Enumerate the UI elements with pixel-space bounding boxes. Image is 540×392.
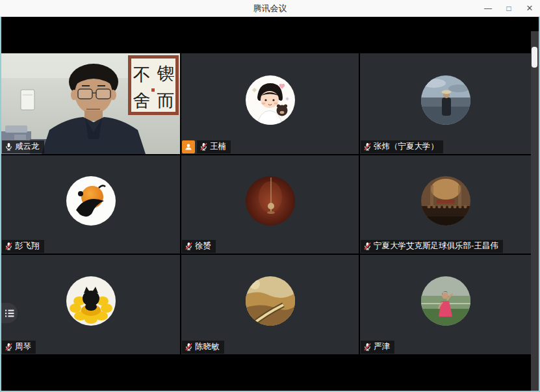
window-controls: — □ ✕ — [478, 0, 540, 16]
video-tile-peng-fei-xiang[interactable]: 彭飞翔 — [1, 155, 180, 254]
video-tile-xu-yun[interactable]: 徐赟 — [181, 155, 359, 254]
mic-muted-icon — [5, 343, 13, 351]
participant-nametag: 徐赟 — [182, 240, 216, 253]
mic-muted-icon — [199, 142, 208, 151]
titlebar: 腾讯会议 — □ ✕ — [0, 0, 540, 17]
participant-nametag: 王楠 — [197, 140, 231, 153]
participant-nametag: 咸云龙 — [2, 140, 44, 153]
video-tile-wang-nan[interactable]: 王楠 — [181, 53, 359, 154]
avatar-cat-on-sunflower — [66, 276, 116, 326]
avatar-woman-in-pink — [421, 276, 470, 326]
mic-muted-icon — [185, 242, 193, 250]
participant-name: 咸云龙 — [15, 142, 40, 151]
video-tile-wang-chang-wei[interactable]: 宁夏大学艾克斯足球俱乐部-王昌伟 — [360, 155, 532, 254]
participant-nametag: 彭飞翔 — [2, 240, 44, 253]
participant-nametag: 严津 — [361, 341, 394, 354]
participant-name: 张炜（宁夏大学） — [374, 142, 439, 151]
svg-text:锲: 锲 — [157, 63, 175, 83]
avatar-orange-ball-logo — [66, 176, 116, 226]
video-grid: 不 锲 舍 而 — [1, 53, 532, 354]
meeting-content: 不 锲 舍 而 — [1, 17, 539, 391]
maximize-button[interactable]: □ — [498, 0, 519, 16]
scrollbar-thumb[interactable] — [532, 47, 537, 68]
svg-text:舍: 舍 — [133, 90, 151, 111]
avatar-desert-road — [246, 276, 295, 326]
window-title: 腾讯会议 — [0, 3, 478, 14]
mic-muted-icon — [363, 343, 372, 351]
participant-name: 王楠 — [210, 142, 226, 151]
participant-nametag: 张炜（宁夏大学） — [361, 140, 443, 153]
close-button[interactable]: ✕ — [519, 0, 540, 16]
avatar-outdoor-portrait — [421, 75, 470, 125]
avatar-hanging-tree-pendant — [246, 176, 295, 226]
live-video-feed: 不 锲 舍 而 — [1, 53, 180, 154]
mic-muted-icon — [185, 343, 193, 351]
participant-name: 徐赟 — [195, 241, 211, 251]
participant-name: 陈晓敏 — [195, 342, 220, 352]
video-tile-chen-xiao-min[interactable]: 陈晓敏 — [181, 255, 359, 354]
video-tile-zhou-qin[interactable]: 周琴 — [1, 255, 180, 354]
participant-nametag: 陈晓敏 — [182, 341, 224, 354]
mic-muted-icon — [5, 242, 13, 250]
participant-nametag: 宁夏大学艾克斯足球俱乐部-王昌伟 — [361, 240, 503, 253]
avatar-cartoon-boy — [246, 75, 295, 125]
video-tile-yan-jin[interactable]: 严津 — [360, 255, 532, 354]
avatar-group-photo — [421, 176, 470, 226]
mic-on-icon — [5, 142, 13, 151]
svg-text:而: 而 — [157, 90, 175, 111]
participant-name: 周琴 — [15, 342, 31, 352]
mic-muted-icon — [363, 142, 372, 151]
mic-muted-icon — [363, 242, 372, 250]
member-badge-icon — [182, 140, 195, 153]
calligraphy-frame: 不 锲 舍 而 — [128, 55, 179, 115]
participant-name: 宁夏大学艾克斯足球俱乐部-王昌伟 — [374, 241, 498, 251]
participant-name: 严津 — [374, 342, 390, 352]
participant-name: 彭飞翔 — [15, 241, 40, 251]
video-tile-zhang-wei[interactable]: 张炜（宁夏大学） — [360, 53, 532, 154]
video-tile-xian-yun-long[interactable]: 不 锲 舍 而 — [1, 53, 180, 154]
svg-text:不: 不 — [133, 64, 151, 85]
participant-nametag: 周琴 — [2, 341, 36, 354]
meeting-window: 腾讯会议 — □ ✕ — [0, 0, 540, 392]
participants-scrollbar[interactable] — [531, 31, 539, 391]
list-icon — [5, 309, 14, 317]
minimize-button[interactable]: — — [478, 0, 498, 16]
